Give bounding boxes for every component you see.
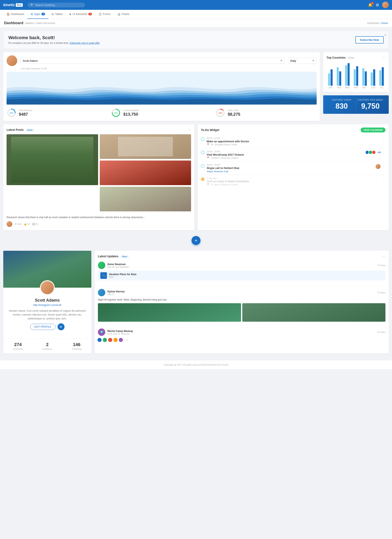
top-countries-more-button[interactable]: ··· bbox=[382, 55, 385, 60]
todo-more-2[interactable]: ⋮ bbox=[382, 150, 385, 154]
welcome-text: Welcome back, Scott! Pro analytics are j… bbox=[8, 35, 100, 44]
posts-more-button[interactable]: ··· bbox=[188, 128, 191, 132]
charts-icon: 📊 bbox=[117, 13, 120, 16]
svg-text:27%: 27% bbox=[10, 112, 13, 114]
post-comments-count: 21 bbox=[36, 223, 38, 225]
todo-time-3: 16:00 - 20:00 bbox=[207, 164, 239, 166]
bar-jan-light bbox=[328, 73, 330, 86]
bar-apr-light bbox=[354, 69, 356, 86]
todo-more-4[interactable]: ⋮ bbox=[382, 177, 385, 181]
update-attachment-1: 📎 Vacation Plans for Ibiza Ibiza bbox=[98, 271, 385, 280]
tab-tables[interactable]: ⊟ Tables bbox=[48, 10, 66, 19]
post-image-2 bbox=[100, 134, 191, 159]
todo-item-3: 16:00 - 20:00 Skype call to Herbert Diaz… bbox=[201, 162, 385, 175]
todo-more-1[interactable]: ⋮ bbox=[382, 137, 385, 141]
attachment-info: Vacation Plans for Ibiza Ibiza bbox=[109, 273, 136, 278]
breadcrumb-current: Dashboard bbox=[367, 22, 379, 25]
user-select[interactable]: Scott Adams bbox=[20, 58, 285, 64]
bar-feb-dark bbox=[339, 71, 341, 86]
update-name-gene: Gene Newman bbox=[107, 263, 130, 266]
tab-ui-elements[interactable]: ◈ UI Elements 7 bbox=[66, 10, 95, 19]
edit-profile-button[interactable]: EDIT PROFILE bbox=[30, 324, 56, 330]
tab-tables-label: Tables bbox=[55, 13, 63, 16]
period-select[interactable]: Daily bbox=[288, 58, 317, 64]
page-title-area: Dashboard statistics, charts and events bbox=[4, 21, 55, 25]
updates-more-button[interactable]: ··· bbox=[382, 254, 385, 258]
fab-add-button[interactable]: + bbox=[192, 236, 200, 245]
bar-jan-dark bbox=[331, 69, 333, 86]
close-banner-button[interactable]: × bbox=[384, 33, 387, 37]
search-input[interactable] bbox=[35, 4, 82, 7]
world-camp-icon: 🌍 bbox=[98, 328, 105, 336]
todo-location-4: 📍 St. Mary's Museum Canara bbox=[207, 183, 249, 186]
posts-tag: News bbox=[26, 129, 34, 131]
profile-link[interactable]: http://instagram.com/scott bbox=[33, 304, 61, 307]
following-label: Following bbox=[65, 348, 88, 350]
user-avatar-nav[interactable] bbox=[382, 2, 389, 8]
brand-logo[interactable]: kinetic Pro bbox=[3, 3, 23, 7]
tab-charts[interactable]: 📊 Charts bbox=[114, 10, 133, 19]
update-likes-sylvia: ♡ 47 likes bbox=[375, 291, 385, 294]
update-time-sylvia: July 11 bbox=[107, 293, 125, 295]
latest-posts-card: Latest Posts News ··· bbox=[3, 124, 194, 230]
bar-group-jun: JUN bbox=[369, 63, 377, 89]
tab-dashboard-label: Dashboard bbox=[11, 13, 24, 16]
apps-grid-icon[interactable]: ⊞ bbox=[376, 3, 379, 7]
profile-settings-button[interactable]: ⚙ bbox=[57, 323, 65, 330]
todo-header: To-Do Widget VIEW CALENDAR bbox=[201, 128, 385, 132]
post-image-3 bbox=[100, 160, 191, 185]
update-image-2 bbox=[242, 303, 385, 322]
post-views-count: 664 bbox=[18, 223, 21, 225]
breadcrumb-home[interactable]: Home bbox=[381, 22, 388, 25]
tab-dashboard[interactable]: 🏠 Dashboard bbox=[3, 10, 28, 19]
fab-container: + bbox=[3, 234, 389, 247]
tag-call: #call bbox=[224, 170, 228, 173]
bar-group-feb: FEB bbox=[335, 63, 343, 89]
profile-stat-followers: 2 Followers bbox=[33, 339, 62, 353]
todo-location-2: 📍 Carleton University, Ontario bbox=[207, 157, 244, 159]
bar-label-jun: JUN bbox=[371, 87, 375, 89]
search-icon: 🔍 bbox=[31, 4, 34, 7]
tab-apps[interactable]: ⊞ Apps 8 bbox=[28, 10, 48, 19]
heart-icon-3: ♡ bbox=[375, 331, 377, 333]
total-balance-label: Total Balance bbox=[19, 109, 32, 111]
todo-more-3[interactable]: ⋮ bbox=[382, 165, 385, 168]
daily-visits-label: Daily Visits bbox=[228, 109, 240, 111]
view-calendar-button[interactable]: VIEW CALENDAR bbox=[361, 128, 385, 132]
attendee-3 bbox=[372, 150, 376, 154]
subscribe-now-button[interactable]: Subscribe Now bbox=[355, 36, 384, 43]
attachment-icon-1: 📎 bbox=[100, 272, 107, 279]
tag-skype: #skype bbox=[207, 170, 213, 173]
wc-attendee-4 bbox=[113, 337, 118, 342]
search-bar[interactable]: 🔍 bbox=[28, 3, 85, 7]
notifications-icon[interactable]: 🔔 3 bbox=[368, 3, 373, 7]
ui-badge: 7 bbox=[88, 13, 92, 15]
total-balance-value: $487 bbox=[19, 112, 32, 117]
wc-attendee-3 bbox=[108, 337, 113, 342]
post-likes-count: 53 bbox=[27, 223, 30, 225]
attendee-avatars-2 bbox=[366, 150, 376, 154]
visitors-week-label: VISITORS THIS WEEK bbox=[356, 99, 385, 101]
bar-jun-light bbox=[371, 72, 373, 86]
post-image-4 bbox=[100, 187, 191, 211]
tab-forms[interactable]: 📋 Forms bbox=[95, 10, 114, 19]
visitors-week-section: VISITORS THIS WEEK 9,750 bbox=[356, 99, 385, 111]
update-item-2: Sylvia Harvey July 11 ♡ 47 likes Night f… bbox=[98, 289, 385, 325]
todo-item-4: 1 day ago Visit our boys in Battle Exhib… bbox=[201, 175, 385, 188]
post-likes-stat: 👍 53 bbox=[24, 223, 30, 226]
update-user-info-1: Gene Newman Sep 18, via Tappable+ bbox=[107, 263, 130, 268]
todo-title-3: Skype call to Herbert Diaz bbox=[207, 167, 239, 169]
bar-apr-dark bbox=[356, 66, 358, 86]
update-avatar-gene bbox=[98, 262, 105, 269]
bar-label-feb: FEB bbox=[337, 87, 341, 89]
update-user-info-2: Sylvia Harvey July 11 bbox=[107, 290, 125, 295]
post-text: Research shows that there is only half a… bbox=[7, 216, 191, 219]
update-user-2: Sylvia Harvey July 11 ♡ 47 likes bbox=[98, 289, 385, 296]
apps-badge: 8 bbox=[41, 13, 45, 15]
update-avatar-sylvia bbox=[98, 289, 105, 296]
subscribe-link[interactable]: Subscribe now to avail offer bbox=[70, 42, 100, 44]
right-stats: Top Countries Today ··· JAN bbox=[323, 52, 389, 121]
attachment-name: Vacation Plans for Ibiza bbox=[109, 273, 136, 276]
profile-avatar bbox=[40, 280, 55, 295]
stat-daily-visits: 13% Daily Visits $8,275 bbox=[215, 108, 317, 118]
